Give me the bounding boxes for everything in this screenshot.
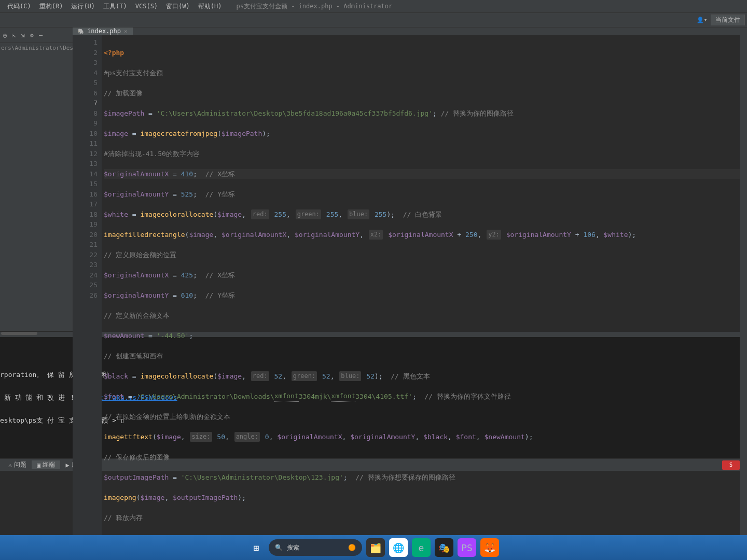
menu-code[interactable]: 代码(C) [3, 2, 35, 11]
terminal-line: 新 功 能 和 改 进 ！ [0, 394, 80, 401]
menu-window[interactable]: 窗口(W) [162, 2, 194, 11]
terminal-icon: ▣ [37, 461, 40, 469]
tab-problems[interactable]: ⚠问题 [3, 460, 32, 469]
editor-pane: 🐘 index.php × 12345678910111213141516171… [73, 27, 747, 331]
taskbar-app-dark[interactable]: 🎭 [435, 538, 453, 557]
taskbar-app-firefox[interactable]: 🦊 [480, 538, 499, 557]
services-icon: ▶ [65, 461, 69, 469]
menu-tools[interactable]: 工具(T) [99, 2, 131, 11]
horizontal-scrollbar[interactable] [1, 332, 37, 335]
menu-refactor[interactable]: 重构(R) [35, 2, 67, 11]
code-editor[interactable]: 1234567891011121314151617181920212223242… [73, 35, 747, 560]
search-icon: 🔍 [275, 544, 283, 551]
project-panel-toolbar: ◎ ⇱ ⇲ ⚙ — [0, 27, 73, 43]
code-content[interactable]: <?php #ps支付宝支付金额 // 加载图像 $imagePath = 'C… [102, 35, 747, 560]
tab-terminal[interactable]: ▣终端 [32, 460, 60, 469]
problem-icon: ⚠ [8, 461, 12, 469]
collapse-icon[interactable]: ⇲ [21, 32, 24, 39]
search-orb-icon: 🟠 [348, 544, 356, 551]
taskbar-app-chrome[interactable]: 🌐 [389, 538, 408, 557]
current-file-button[interactable]: 当前文件 [711, 15, 745, 25]
taskbar-app-phpstorm[interactable]: PS [458, 538, 476, 557]
tab-label: index.php [87, 27, 121, 35]
menu-bar: 代码(C) 重构(R) 运行(U) 工具(T) VCS(S) 窗口(W) 帮助(… [0, 0, 747, 13]
tab-index-php[interactable]: 🐘 index.php × [73, 27, 133, 35]
windows-taskbar: ⊞ 🔍 搜索 🟠 🗂️ 🌐 e 🎭 PS 🦊 [0, 535, 747, 560]
editor-scrollbar[interactable] [740, 35, 747, 560]
project-panel: ◎ ⇱ ⇲ ⚙ — ers\Administrator\Desktop\p [0, 27, 73, 331]
menu-run[interactable]: 运行(U) [67, 2, 99, 11]
expand-icon[interactable]: ⇱ [12, 32, 16, 39]
user-icon[interactable]: 👤▾ [696, 15, 708, 25]
close-icon[interactable]: × [124, 28, 128, 35]
project-path: ers\Administrator\Desktop\p [0, 43, 73, 53]
menu-help[interactable]: 帮助(H) [194, 2, 226, 11]
toolbar: 👤▾ 当前文件 [0, 13, 747, 27]
start-button[interactable]: ⊞ [248, 539, 265, 556]
window-title: ps支付宝支付金额 - index.php - Administrator [236, 2, 392, 11]
target-icon[interactable]: ◎ [3, 32, 7, 39]
minimize-icon[interactable]: — [39, 32, 43, 39]
line-gutter: 1234567891011121314151617181920212223242… [73, 35, 102, 560]
main-area: ◎ ⇱ ⇲ ⚙ — ers\Administrator\Desktop\p 🐘 … [0, 27, 747, 331]
taskbar-app-explorer[interactable]: 🗂️ [366, 538, 385, 557]
gear-icon[interactable]: ⚙ [30, 32, 34, 39]
menu-vcs[interactable]: VCS(S) [131, 3, 162, 10]
php-file-icon: 🐘 [78, 29, 84, 34]
taskbar-app-edge[interactable]: e [412, 538, 431, 557]
taskbar-search[interactable]: 🔍 搜索 🟠 [269, 539, 362, 556]
editor-tabs: 🐘 index.php × [73, 27, 747, 35]
search-placeholder: 搜索 [287, 543, 299, 552]
